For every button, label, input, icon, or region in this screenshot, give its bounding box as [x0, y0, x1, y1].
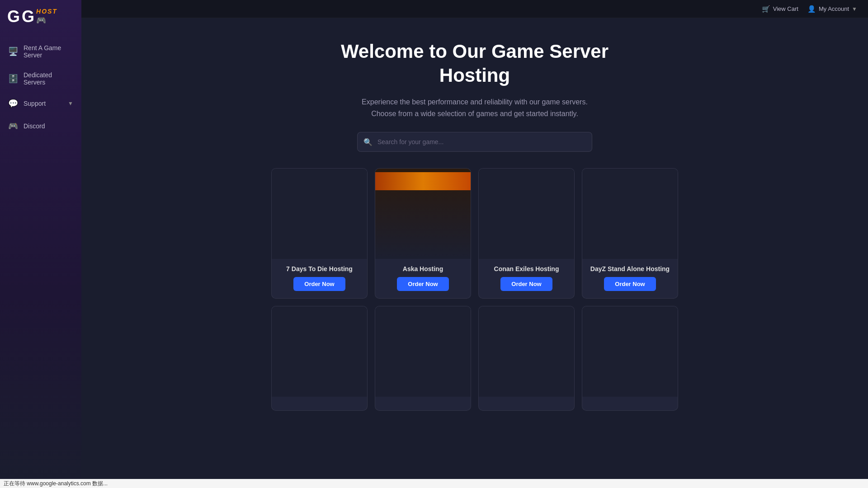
game-card-aska: Aska Hosting Order Now	[375, 168, 471, 299]
search-box: 🔍	[357, 132, 592, 152]
logo-area: G G HOST 🎮	[0, 0, 81, 38]
card-body-dayz: DayZ Stand Alone Hosting Order Now	[582, 259, 678, 298]
game-card-row2-3	[478, 306, 575, 411]
sidebar-item-support[interactable]: 💬 Support ▼	[0, 92, 81, 115]
aska-banner-image	[375, 172, 471, 190]
card-title-conan: Conan Exiles Hosting	[494, 265, 559, 272]
sidebar-item-label: Dedicated Servers	[24, 71, 73, 86]
chevron-down-icon: ▼	[68, 100, 73, 107]
sidebar-item-label: Rent A Game Server	[24, 44, 73, 59]
sidebar-item-dedicated-servers[interactable]: 🗄️ Dedicated Servers	[0, 65, 81, 92]
card-title-7days: 7 Days To Die Hosting	[286, 265, 353, 272]
game-card-dayz: DayZ Stand Alone Hosting Order Now	[582, 168, 678, 299]
card-image-row2-4	[582, 306, 678, 397]
card-image-aska	[375, 169, 471, 259]
gamepad-icon: 🎮	[36, 15, 57, 25]
game-card-row2-2	[375, 306, 471, 411]
sidebar-item-label: Support	[24, 100, 46, 107]
order-now-dayz[interactable]: Order Now	[604, 277, 656, 291]
sidebar-item-rent-server[interactable]: 🖥️ Rent A Game Server	[0, 38, 81, 65]
hero-section: Welcome to Our Game Server Hosting Exper…	[108, 40, 841, 152]
statusbar-text: 正在等待 www.google-analytics.com 数据...	[4, 480, 108, 488]
account-icon: 👤	[807, 5, 816, 13]
logo-host-text: HOST	[36, 8, 57, 14]
card-body-row2-3	[479, 397, 574, 410]
card-title-dayz: DayZ Stand Alone Hosting	[590, 265, 670, 272]
logo-g2: G	[22, 9, 34, 25]
my-account-link[interactable]: 👤 My Account ▼	[807, 5, 857, 13]
server-icon: 🖥️	[8, 47, 18, 56]
topbar: 🛒 View Cart 👤 My Account ▼	[81, 0, 868, 18]
card-body-conan: Conan Exiles Hosting Order Now	[479, 259, 574, 298]
card-body-7days: 7 Days To Die Hosting Order Now	[272, 259, 367, 298]
card-image-dayz	[582, 169, 678, 259]
game-card-row2-1	[271, 306, 368, 411]
card-image-7days	[272, 169, 367, 259]
dedicated-icon: 🗄️	[8, 74, 18, 84]
statusbar: 正在等待 www.google-analytics.com 数据...	[0, 479, 868, 488]
logo: G G HOST 🎮	[7, 8, 57, 25]
hero-title: Welcome to Our Game Server Hosting	[108, 40, 841, 87]
logo-letters: G G	[7, 9, 34, 25]
view-cart-label: View Cart	[773, 5, 798, 12]
game-card-conan: Conan Exiles Hosting Order Now	[478, 168, 575, 299]
card-body-row2-4	[582, 397, 678, 410]
view-cart-link[interactable]: 🛒 View Cart	[762, 5, 798, 13]
sidebar-item-discord[interactable]: 🎮 Discord	[0, 115, 81, 137]
card-image-row2-3	[479, 306, 574, 397]
search-icon: 🔍	[363, 138, 373, 146]
support-icon: 💬	[8, 99, 18, 108]
main-content: Welcome to Our Game Server Hosting Exper…	[81, 18, 868, 488]
order-now-conan[interactable]: Order Now	[500, 277, 552, 291]
card-image-row2-2	[375, 306, 471, 397]
sidebar: G G HOST 🎮 🖥️ Rent A Game Server 🗄️ Dedi…	[0, 0, 81, 488]
sidebar-item-label: Discord	[24, 122, 45, 130]
game-card-row2-4	[582, 306, 678, 411]
search-input[interactable]	[357, 132, 592, 152]
card-image-row2-1	[272, 306, 367, 397]
my-account-label: My Account	[819, 5, 849, 12]
card-body-row2-1	[272, 397, 367, 410]
cart-icon: 🛒	[762, 5, 770, 13]
hero-subtitle: Experience the best performance and reli…	[357, 96, 592, 119]
card-body-row2-2	[375, 397, 471, 410]
logo-host: HOST 🎮	[36, 8, 57, 25]
game-cards-grid: 7 Days To Die Hosting Order Now Aska Hos…	[271, 168, 678, 411]
card-body-aska: Aska Hosting Order Now	[375, 259, 471, 298]
order-now-aska[interactable]: Order Now	[397, 277, 448, 291]
logo-g1: G	[7, 9, 20, 25]
order-now-7days[interactable]: Order Now	[293, 277, 345, 291]
game-card-7days: 7 Days To Die Hosting Order Now	[271, 168, 368, 299]
account-chevron-icon: ▼	[852, 6, 857, 12]
discord-icon: 🎮	[8, 121, 18, 131]
card-image-conan	[479, 169, 574, 259]
card-title-aska: Aska Hosting	[403, 265, 443, 272]
